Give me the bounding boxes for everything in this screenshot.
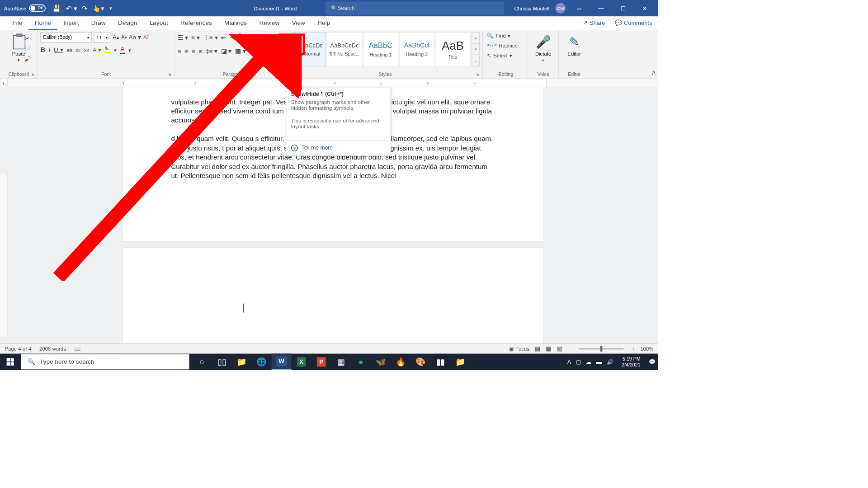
app-icon-1[interactable]: 🦋: [371, 354, 391, 370]
show-hide-paragraph-button[interactable]: ¶: [279, 33, 305, 55]
print-layout-icon[interactable]: ▦: [546, 345, 551, 352]
grow-font-icon[interactable]: A▴: [113, 34, 119, 41]
cortana-icon[interactable]: ○: [192, 354, 212, 370]
tab-design[interactable]: Design: [112, 16, 143, 30]
proofing-icon[interactable]: 📖: [74, 346, 80, 352]
justify-icon[interactable]: ≡: [198, 47, 202, 55]
style-gallery-scroll[interactable]: ▴▾⌄: [472, 32, 480, 66]
style-gallery[interactable]: AaBbCcDc¶ Normal AaBbCcDc¶ No Spac... Aa…: [291, 32, 480, 66]
strikethrough-button[interactable]: ab: [66, 47, 72, 53]
horizontal-ruler[interactable]: 1 1 2 3 4 5 6 7: [120, 79, 546, 87]
app-icon-3[interactable]: ▮▮: [430, 354, 450, 370]
dictate-icon[interactable]: 🎤: [531, 35, 556, 49]
share-button[interactable]: ↗Share: [583, 19, 605, 27]
italic-button[interactable]: I: [48, 46, 50, 54]
paste-icon[interactable]: [12, 33, 25, 49]
start-button[interactable]: [0, 354, 21, 370]
borders-icon[interactable]: ▦ ▾: [235, 47, 246, 55]
taskbar-search[interactable]: 🔍 Type here to search: [21, 354, 189, 369]
style-heading1[interactable]: AaBbCHeading 1: [363, 32, 398, 66]
text-effects-icon[interactable]: A ▾: [92, 46, 101, 54]
notifications-icon[interactable]: 💬: [649, 359, 656, 365]
zoom-out-icon[interactable]: −: [568, 346, 571, 352]
clipboard-dialog-launcher[interactable]: ⬊: [31, 72, 36, 77]
close-icon[interactable]: ✕: [636, 0, 653, 16]
bullets-icon[interactable]: ☰ ▾: [178, 34, 188, 42]
tab-references[interactable]: References: [174, 16, 218, 30]
change-case-icon[interactable]: Aa ▾: [129, 33, 141, 41]
tell-me-more-link[interactable]: ? Tell me more: [286, 140, 391, 155]
app-icon-2[interactable]: 🔥: [391, 354, 411, 370]
battery-icon[interactable]: ▬: [596, 359, 602, 365]
paint-icon[interactable]: 🎨: [410, 354, 430, 370]
highlight-icon[interactable]: [104, 47, 111, 53]
undo-icon[interactable]: ↶ ▾: [66, 4, 77, 12]
word-count[interactable]: 2008 words: [39, 346, 66, 352]
editor-button[interactable]: Editor: [561, 51, 587, 56]
spotify-icon[interactable]: ●: [351, 354, 371, 370]
style-title[interactable]: AaBTitle: [435, 32, 470, 66]
powerpoint-icon[interactable]: P: [311, 354, 331, 370]
multilevel-icon[interactable]: ⋮≡ ▾: [203, 34, 217, 42]
file-explorer-icon[interactable]: 📁: [232, 354, 252, 370]
autosave-toggle[interactable]: Off: [29, 5, 45, 12]
bold-button[interactable]: B: [40, 46, 45, 54]
decrease-indent-icon[interactable]: ⇤: [221, 34, 226, 42]
styles-dialog-launcher[interactable]: ⬊: [476, 72, 481, 77]
paragraph-dialog-launcher[interactable]: ⬊: [282, 72, 287, 77]
copy-icon[interactable]: 📄: [24, 45, 32, 53]
format-painter-icon[interactable]: 🖌: [24, 56, 32, 63]
onedrive-icon[interactable]: ☁: [586, 359, 591, 365]
word-icon[interactable]: W: [272, 354, 292, 370]
shrink-font-icon[interactable]: A▾: [121, 35, 127, 40]
zoom-level[interactable]: 100%: [640, 346, 653, 352]
collapse-ribbon-icon[interactable]: ᐱ: [652, 70, 656, 76]
search-box[interactable]: 🔍: [326, 2, 504, 14]
editor-icon[interactable]: ✎: [561, 35, 587, 49]
minimize-icon[interactable]: —: [592, 0, 609, 16]
tab-mailings[interactable]: Mailings: [218, 16, 253, 30]
avatar[interactable]: CM: [556, 3, 566, 14]
vertical-ruler[interactable]: [0, 174, 8, 337]
numbering-icon[interactable]: ≡ ▾: [191, 34, 200, 42]
tab-help[interactable]: Help: [311, 16, 336, 30]
font-size-select[interactable]: 11▾: [94, 32, 110, 42]
replace-button[interactable]: ᵃ↔ᵇReplace: [487, 42, 525, 48]
zoom-slider[interactable]: [579, 348, 624, 349]
sort-icon[interactable]: AZ: [238, 32, 241, 43]
tab-review[interactable]: Review: [253, 16, 286, 30]
dictate-button[interactable]: Dictate▾: [531, 51, 556, 62]
task-view-icon[interactable]: ▯▯: [212, 354, 232, 370]
align-left-icon[interactable]: ≡: [178, 47, 181, 55]
folder-icon[interactable]: 📁: [450, 354, 470, 370]
redo-icon[interactable]: ↷: [82, 4, 88, 12]
tab-draw[interactable]: Draw: [85, 16, 112, 30]
excel-icon[interactable]: X: [292, 354, 311, 370]
page-count[interactable]: Page 4 of 4: [5, 346, 31, 352]
clock-date[interactable]: 2/4/2021: [622, 362, 640, 368]
clock-time[interactable]: 5:19 PM: [622, 356, 640, 362]
shading-icon[interactable]: ◪ ▾: [221, 47, 232, 55]
zoom-in-icon[interactable]: +: [632, 346, 635, 352]
tab-home[interactable]: Home: [28, 16, 57, 30]
volume-icon[interactable]: 🔊: [607, 359, 613, 365]
document-page-2[interactable]: [123, 248, 543, 354]
select-button[interactable]: ↖Select ▾: [487, 52, 525, 58]
increase-indent-icon[interactable]: ⇥: [230, 34, 235, 42]
tab-file[interactable]: File: [6, 16, 28, 30]
style-nospacing[interactable]: AaBbCcDc¶ No Spac...: [327, 32, 362, 66]
align-right-icon[interactable]: ≡: [192, 47, 195, 55]
clear-formatting-icon[interactable]: A⃠: [143, 34, 150, 41]
save-icon[interactable]: 💾: [52, 4, 61, 12]
font-name-select[interactable]: Calibri (Body)▾: [40, 32, 92, 42]
qat-more-icon[interactable]: ▾: [109, 5, 112, 11]
underline-button[interactable]: U ▾: [54, 46, 63, 54]
cut-icon[interactable]: ✂: [24, 35, 32, 42]
search-input[interactable]: [337, 5, 499, 11]
touch-mode-icon[interactable]: 👆▾: [92, 4, 104, 12]
focus-mode-button[interactable]: ▣ Focus: [509, 346, 529, 352]
comments-button[interactable]: 💬Comments: [615, 19, 652, 27]
line-spacing-icon[interactable]: ‡≡ ▾: [206, 47, 217, 55]
find-button[interactable]: 🔍Find ▾: [487, 32, 525, 38]
tab-layout[interactable]: Layout: [143, 16, 174, 30]
